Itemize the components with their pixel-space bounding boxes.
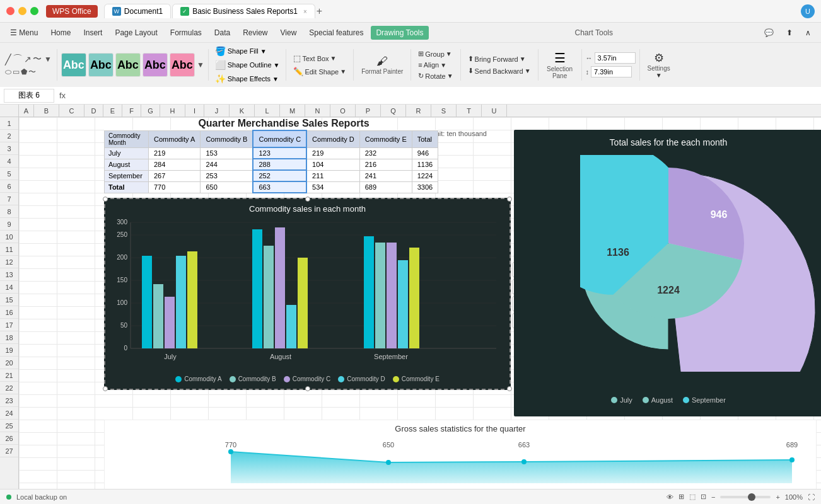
width-input[interactable] bbox=[595, 52, 636, 64]
shape-round[interactable]: ⬭ bbox=[5, 67, 11, 76]
menu-view[interactable]: View bbox=[276, 26, 302, 40]
tab-sales-report[interactable]: ✓ Basic Business Sales Reports1 × bbox=[172, 4, 315, 18]
row-15[interactable]: 15 bbox=[0, 294, 18, 306]
height-input[interactable] bbox=[591, 66, 632, 77]
align-btn[interactable]: ≡Align▼ bbox=[415, 60, 456, 70]
view-icon-grid[interactable]: ⊞ bbox=[678, 493, 684, 501]
row-25[interactable]: 25 bbox=[0, 420, 18, 432]
col-header-K[interactable]: K bbox=[230, 105, 255, 117]
row-1[interactable]: 1 bbox=[0, 117, 18, 130]
shapes-expand[interactable]: ▼ bbox=[43, 55, 53, 64]
row-21[interactable]: 21 bbox=[0, 369, 18, 382]
cell-sep-total[interactable]: 1224 bbox=[412, 170, 438, 181]
menu-special-features[interactable]: Special features bbox=[304, 26, 368, 40]
arrow-tool[interactable]: ↗ bbox=[24, 54, 32, 64]
cell-aug-total[interactable]: 1136 bbox=[412, 159, 438, 170]
col-header-A[interactable]: A bbox=[19, 105, 34, 117]
row-6[interactable]: 6 bbox=[0, 180, 18, 193]
close-window-btn[interactable] bbox=[6, 7, 15, 15]
menu-chart-tools[interactable]: Chart Tools bbox=[570, 26, 618, 40]
col-header-H[interactable]: H bbox=[160, 105, 185, 117]
row-10[interactable]: 10 bbox=[0, 231, 18, 243]
view-icon-freeze[interactable]: ⊡ bbox=[701, 493, 706, 501]
bar-chart-container[interactable]: Commodity sales in each month 0 50 100 1… bbox=[104, 198, 511, 390]
cell-july-c[interactable]: 123 bbox=[253, 147, 306, 159]
col-header-Q[interactable]: Q bbox=[381, 105, 406, 117]
cell-total-a[interactable]: 770 bbox=[149, 181, 201, 193]
shape-poly[interactable]: ⬟ bbox=[21, 67, 27, 76]
selection-pane-btn[interactable]: ☰ Selection Pane bbox=[542, 48, 578, 82]
cell-aug-e[interactable]: 216 bbox=[359, 159, 412, 170]
col-header-O[interactable]: O bbox=[330, 105, 356, 117]
line-tool[interactable]: ╱ bbox=[5, 54, 11, 66]
curve-tool[interactable]: ⌒ bbox=[13, 53, 23, 66]
handle-bl[interactable] bbox=[103, 386, 108, 391]
row-19[interactable]: 19 bbox=[0, 344, 18, 357]
cell-july-e[interactable]: 232 bbox=[359, 147, 412, 159]
comment-btn[interactable]: 💬 bbox=[759, 26, 779, 40]
cell-sep-a[interactable]: 267 bbox=[149, 170, 201, 181]
menu-hamburger[interactable]: ☰ Menu bbox=[5, 26, 43, 40]
row-2[interactable]: 2 bbox=[0, 130, 18, 142]
zoom-slider[interactable] bbox=[720, 496, 771, 498]
row-12[interactable]: 12 bbox=[0, 256, 18, 268]
close-tab-btn[interactable]: × bbox=[303, 8, 307, 15]
format-painter-btn[interactable]: 🖌 Format Painter bbox=[358, 54, 407, 76]
cell-july-b[interactable]: 153 bbox=[201, 147, 253, 159]
row-27[interactable]: 27 bbox=[0, 445, 18, 457]
menu-data[interactable]: Data bbox=[209, 26, 235, 40]
cell-total-e[interactable]: 689 bbox=[359, 181, 412, 193]
cell-sep-c[interactable]: 252 bbox=[253, 170, 306, 181]
cell-sep-e[interactable]: 241 bbox=[359, 170, 412, 181]
row-18[interactable]: 18 bbox=[0, 331, 18, 344]
col-header-L[interactable]: L bbox=[255, 105, 280, 117]
row-20[interactable]: 20 bbox=[0, 357, 18, 369]
row-5[interactable]: 5 bbox=[0, 168, 18, 180]
col-header-M[interactable]: M bbox=[280, 105, 305, 117]
row-16[interactable]: 16 bbox=[0, 306, 18, 319]
row-9[interactable]: 9 bbox=[0, 218, 18, 231]
abc-styles-expand[interactable]: ▼ bbox=[197, 60, 204, 69]
shape-outline-btn[interactable]: ⬜ Shape Outline ▼ bbox=[213, 59, 282, 71]
cell-july-total[interactable]: 946 bbox=[412, 147, 438, 159]
pie-chart-container[interactable]: Total sales for the each month bbox=[514, 130, 821, 416]
col-commodity-a[interactable]: Commodity A bbox=[149, 130, 201, 147]
col-header-I[interactable]: I bbox=[185, 105, 204, 117]
row-13[interactable]: 13 bbox=[0, 268, 18, 281]
rotate-btn[interactable]: ↻Rotate▼ bbox=[415, 71, 456, 81]
cell-total-d[interactable]: 534 bbox=[306, 181, 359, 193]
col-commodity-d[interactable]: Commodity D bbox=[306, 130, 359, 147]
row-22[interactable]: 22 bbox=[0, 382, 18, 394]
menu-formulas[interactable]: Formulas bbox=[165, 26, 207, 40]
row-14[interactable]: 14 bbox=[0, 281, 18, 294]
row-24[interactable]: 24 bbox=[0, 407, 18, 420]
cell-aug-a[interactable]: 284 bbox=[149, 159, 201, 170]
settings-btn[interactable]: ⚙ Settings ▼ bbox=[644, 50, 674, 80]
cell-total-total[interactable]: 3306 bbox=[412, 181, 438, 193]
menu-home[interactable]: Home bbox=[45, 26, 76, 40]
row-11[interactable]: 11 bbox=[0, 243, 18, 256]
shape-rect[interactable]: ▭ bbox=[13, 67, 20, 76]
view-icon-normal[interactable]: 👁 bbox=[667, 493, 673, 501]
menu-drawing-tools[interactable]: Drawing Tools bbox=[371, 26, 428, 40]
edit-shape-btn[interactable]: ✏️ Edit Shape ▼ bbox=[290, 66, 349, 77]
col-header-D[interactable]: D bbox=[84, 105, 103, 117]
col-header-T[interactable]: T bbox=[457, 105, 482, 117]
cell-aug-b[interactable]: 244 bbox=[201, 159, 253, 170]
text-box-btn[interactable]: ⬚ Text Box ▼ bbox=[290, 52, 349, 64]
maximize-window-btn[interactable] bbox=[30, 7, 38, 15]
cell-total-b[interactable]: 650 bbox=[201, 181, 253, 193]
abc-style-1[interactable]: Abc bbox=[61, 53, 86, 77]
cell-july-d[interactable]: 219 bbox=[306, 147, 359, 159]
cell-aug-d[interactable]: 104 bbox=[306, 159, 359, 170]
col-total[interactable]: Total bbox=[412, 130, 438, 147]
row-26[interactable]: 26 bbox=[0, 432, 18, 445]
shape-fill-btn[interactable]: 🪣 Shape Fill ▼ bbox=[213, 45, 269, 57]
row-8[interactable]: 8 bbox=[0, 205, 18, 218]
col-header-G[interactable]: G bbox=[141, 105, 160, 117]
col-header-J[interactable]: J bbox=[204, 105, 230, 117]
cell-sep-d[interactable]: 211 bbox=[306, 170, 359, 181]
tab-document1[interactable]: W Document1 bbox=[104, 4, 171, 18]
col-header-N[interactable]: N bbox=[305, 105, 330, 117]
shape-freehand[interactable]: 〜 bbox=[28, 67, 36, 77]
